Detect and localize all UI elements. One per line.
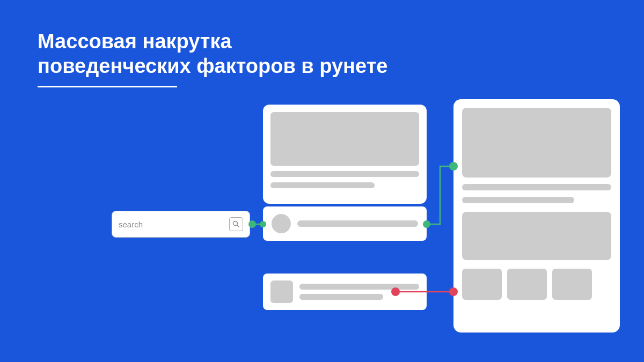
card-bar-2 — [270, 182, 375, 188]
right-bar-2 — [462, 197, 574, 203]
card-image — [270, 112, 419, 166]
title-line2: поведенческих факторов в рунете — [38, 54, 387, 79]
right-image — [462, 108, 611, 178]
right-bar-1 — [462, 184, 611, 190]
bottom-bars — [299, 284, 419, 300]
title-block: Массовая накрутка поведенческих факторов… — [38, 29, 387, 87]
right-thumb-2 — [507, 269, 547, 300]
top-result-card — [263, 105, 427, 204]
title-line1: Массовая накрутка — [38, 29, 387, 54]
card-bar-1 — [270, 171, 419, 177]
title-underline — [38, 86, 177, 87]
right-thumbnails — [462, 269, 611, 300]
middle-result-card — [263, 206, 427, 241]
bottom-bar-2 — [299, 294, 383, 300]
search-icon — [229, 217, 243, 231]
search-bar[interactable]: search — [112, 211, 250, 238]
bottom-thumbnail — [270, 280, 293, 303]
right-thumb-1 — [462, 269, 502, 300]
right-section-block — [462, 212, 611, 260]
right-detail-card — [453, 99, 620, 333]
right-thumb-3 — [552, 269, 592, 300]
bottom-bar-1 — [299, 284, 419, 290]
search-input-text: search — [119, 220, 226, 229]
svg-line-1 — [237, 225, 239, 227]
avatar — [272, 214, 291, 233]
result-bar — [297, 220, 418, 227]
bottom-result-card — [263, 274, 427, 310]
